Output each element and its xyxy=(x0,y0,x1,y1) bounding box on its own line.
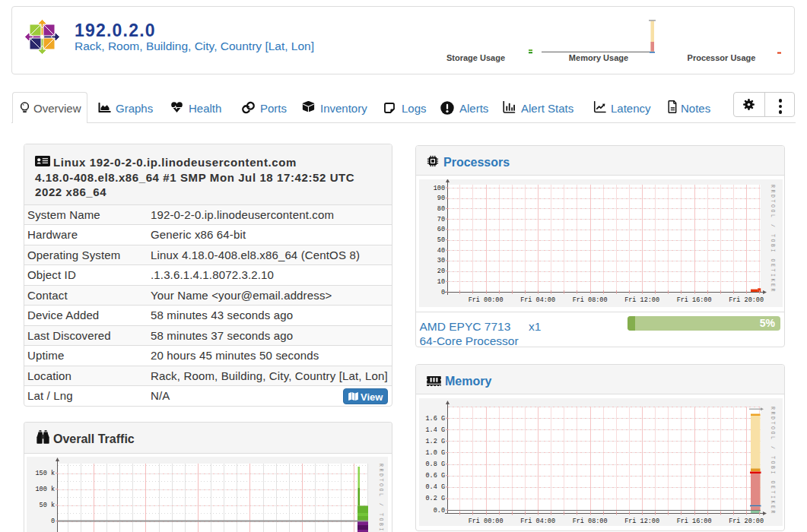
svg-text:0.0: 0.0 xyxy=(434,507,445,515)
svg-text:40: 40 xyxy=(437,247,445,255)
svg-text:1.0 G: 1.0 G xyxy=(425,449,445,457)
svg-text:70: 70 xyxy=(437,216,445,223)
svg-text:50 k: 50 k xyxy=(40,502,55,509)
svg-text:0.4 G: 0.4 G xyxy=(425,483,445,491)
svg-text:50: 50 xyxy=(437,236,445,244)
svg-text:30: 30 xyxy=(437,257,445,264)
svg-text:1.6 G: 1.6 G xyxy=(425,415,445,423)
svg-text:Fri 16:00: Fri 16:00 xyxy=(677,518,712,525)
svg-text:150 k: 150 k xyxy=(35,470,55,477)
svg-text:Fri 04:00: Fri 04:00 xyxy=(520,518,555,525)
svg-text:10: 10 xyxy=(437,278,445,286)
svg-text:Fri 20:00: Fri 20:00 xyxy=(729,518,764,525)
svg-text:RRDTOOL / TOBI OETIKER: RRDTOOL / TOBI OETIKER xyxy=(770,185,775,293)
svg-text:90: 90 xyxy=(437,195,445,202)
svg-text:Fri 00:00: Fri 00:00 xyxy=(469,296,504,304)
svg-text:Fri 20:00: Fri 20:00 xyxy=(729,296,764,304)
svg-text:20: 20 xyxy=(437,268,445,275)
svg-text:RRDTOOL / TOBI OETIKER: RRDTOOL / TOBI OETIKER xyxy=(378,464,383,532)
svg-text:0.6 G: 0.6 G xyxy=(425,472,445,480)
svg-text:1.2 G: 1.2 G xyxy=(425,438,445,445)
svg-text:Fri 00:00: Fri 00:00 xyxy=(469,518,504,525)
svg-text:Fri 12:00: Fri 12:00 xyxy=(624,518,659,525)
svg-text:Fri 08:00: Fri 08:00 xyxy=(573,518,608,525)
svg-text:Fri 08:00: Fri 08:00 xyxy=(573,296,608,304)
svg-text:0: 0 xyxy=(51,518,55,525)
svg-text:0.2 G: 0.2 G xyxy=(425,495,445,502)
svg-text:1.4 G: 1.4 G xyxy=(425,426,445,434)
svg-text:60: 60 xyxy=(437,226,445,233)
svg-text:Fri 04:00: Fri 04:00 xyxy=(520,296,555,304)
svg-text:RRDTOOL / TOBI OETIKER: RRDTOOL / TOBI OETIKER xyxy=(770,407,775,515)
svg-text:Fri 16:00: Fri 16:00 xyxy=(677,296,712,304)
svg-text:Fri 12:00: Fri 12:00 xyxy=(624,296,659,304)
svg-text:100: 100 xyxy=(434,185,445,192)
svg-text:0: 0 xyxy=(441,289,445,296)
svg-text:80: 80 xyxy=(437,205,445,213)
svg-text:0.8 G: 0.8 G xyxy=(425,461,445,468)
svg-text:100 k: 100 k xyxy=(35,486,55,493)
